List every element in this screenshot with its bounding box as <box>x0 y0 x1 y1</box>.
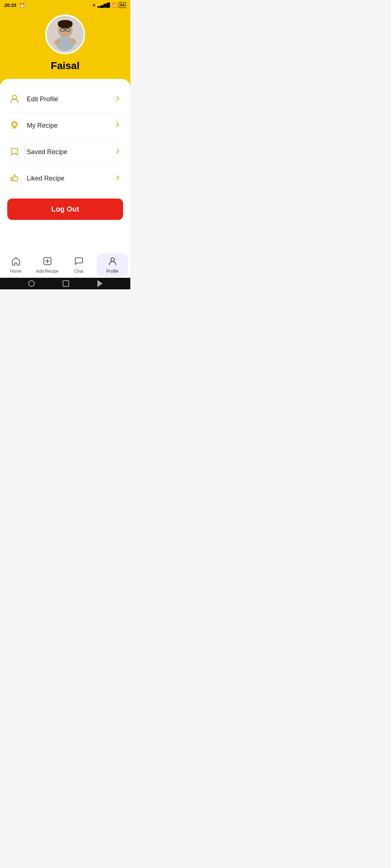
nav-profile-label: Profile <box>106 269 118 274</box>
status-time: 20:33 <box>4 3 16 8</box>
edit-profile-label: Edit Profile <box>27 95 58 103</box>
username-label: Faisal <box>51 60 79 72</box>
liked-recipe-left: Liked Recipe <box>9 173 64 184</box>
nav-home-button <box>63 280 69 287</box>
edit-profile-item[interactable]: Edit Profile <box>0 86 130 112</box>
chat-icon <box>74 256 84 267</box>
my-recipe-label: My Recipe <box>27 122 58 129</box>
nav-back-button <box>28 280 35 287</box>
saved-recipe-chevron <box>114 148 122 156</box>
avatar <box>45 14 85 54</box>
saved-recipe-label: Saved Recipe <box>27 148 67 156</box>
battery-indicator: 54 <box>119 2 126 8</box>
nav-recent-button <box>97 280 102 287</box>
profile-header: Faisal <box>0 0 130 86</box>
add-recipe-icon <box>43 256 52 267</box>
svg-point-9 <box>58 20 73 28</box>
nav-add-recipe[interactable]: Add Recipe <box>31 254 63 277</box>
profile-icon <box>108 256 117 267</box>
home-icon <box>11 256 21 267</box>
avatar-image <box>47 14 84 54</box>
signal-icon: ▂▄▆█ <box>97 3 110 8</box>
edit-profile-left: Edit Profile <box>9 93 58 105</box>
saved-recipe-item[interactable]: Saved Recipe <box>0 139 130 165</box>
nav-chat[interactable]: Chat <box>63 254 94 277</box>
bottom-navigation: Home Add Recipe Chat Profile <box>0 252 130 278</box>
my-recipe-item[interactable]: My Recipe <box>0 112 130 139</box>
person-icon <box>9 93 20 105</box>
liked-recipe-label: Liked Recipe <box>27 175 64 182</box>
svg-point-11 <box>13 123 16 126</box>
status-time-group: 20:33 ⏰ <box>4 2 25 8</box>
bookmark-icon <box>9 146 20 158</box>
svg-rect-13 <box>11 178 13 181</box>
alarm-icon: ⏰ <box>20 3 25 8</box>
nav-add-recipe-label: Add Recipe <box>36 269 58 274</box>
nav-chat-label: Chat <box>74 269 83 274</box>
liked-recipe-chevron <box>114 174 122 183</box>
system-navigation-bar <box>0 278 130 289</box>
nav-home-label: Home <box>10 269 21 274</box>
status-icons-group: ✳ ▂▄▆█ 📶 54 <box>92 2 126 8</box>
logout-button[interactable]: Log Out <box>7 199 123 220</box>
liked-recipe-item[interactable]: Liked Recipe <box>0 165 130 191</box>
status-bar: 20:33 ⏰ ✳ ▂▄▆█ 📶 54 <box>0 0 130 10</box>
wifi-icon: 📶 <box>112 3 117 8</box>
bluetooth-icon: ✳ <box>92 3 96 8</box>
recipe-icon <box>9 120 20 131</box>
my-recipe-chevron <box>114 121 122 130</box>
svg-point-17 <box>111 258 114 261</box>
profile-menu-card: Edit Profile My Recipe <box>0 79 130 252</box>
edit-profile-chevron <box>114 95 122 103</box>
nav-home[interactable]: Home <box>0 254 31 277</box>
nav-profile[interactable]: Profile <box>97 254 128 277</box>
my-recipe-left: My Recipe <box>9 120 58 131</box>
thumbsup-icon <box>9 173 20 184</box>
saved-recipe-left: Saved Recipe <box>9 146 67 158</box>
